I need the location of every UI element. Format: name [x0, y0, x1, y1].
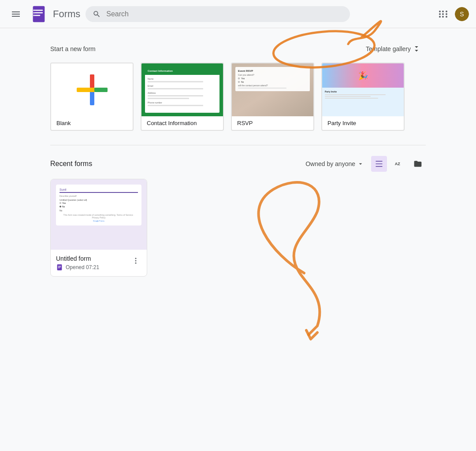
recent-controls: Owned by anyone AZ	[302, 156, 426, 172]
recent-section: Recent forms Owned by anyone AZ	[40, 156, 436, 277]
template-blank-label: Blank	[51, 116, 133, 130]
template-card-rsvp[interactable]: Event RSVP Can you attend? Yes No will t…	[231, 63, 314, 131]
avatar-circle[interactable]: S	[455, 7, 469, 21]
list-view-icon	[375, 159, 383, 168]
list-view-button[interactable]	[371, 156, 387, 172]
sort-az-icon: AZ	[394, 159, 403, 168]
svg-rect-3	[35, 15, 41, 16]
template-card-contact[interactable]: Contact Information Name Email Address P…	[141, 63, 224, 131]
owned-by-button[interactable]: Owned by anyone	[302, 158, 368, 170]
search-input[interactable]	[106, 10, 343, 18]
rsvp-thumb: Event RSVP Can you attend? Yes No will t…	[232, 63, 313, 116]
svg-rect-14	[58, 267, 61, 267]
mini-form-radio-1: Yes	[60, 202, 138, 204]
mini-form-radio-2: No	[60, 205, 138, 208]
recent-title: Recent forms	[50, 160, 92, 168]
svg-rect-1	[35, 10, 43, 11]
recent-header: Recent forms Owned by anyone AZ	[50, 156, 426, 172]
new-form-header: Start a new form Template gallery	[50, 42, 426, 55]
svg-point-4	[33, 9, 35, 11]
app-icon	[30, 5, 48, 23]
form-card-content: Untitled form Opened 07:21	[51, 250, 147, 276]
form-more-button[interactable]	[130, 255, 141, 266]
owned-by-label: Owned by anyone	[305, 160, 355, 167]
form-opened-label: Opened 07:21	[66, 264, 99, 270]
mini-form-title: Sunil	[60, 188, 138, 193]
forms-list-icon	[56, 264, 63, 271]
search-icon	[93, 10, 101, 18]
svg-rect-8	[90, 74, 94, 88]
google-plus-icon	[74, 72, 110, 107]
topbar: Forms S	[0, 0, 476, 28]
grid-dots-icon	[439, 11, 448, 18]
template-party-label: Party Invite	[322, 116, 404, 130]
form-card-info: Untitled form Opened 07:21	[56, 255, 130, 271]
more-vert-icon	[132, 257, 140, 265]
party-thumb: 🎉 Party Invite	[322, 63, 404, 116]
svg-rect-15	[58, 268, 60, 268]
folder-view-button[interactable]	[410, 156, 426, 172]
chevron-updown-icon	[413, 45, 420, 53]
svg-rect-10	[94, 88, 108, 92]
template-card-party[interactable]: 🎉 Party Invite Party Invite	[321, 63, 405, 131]
template-gallery-label: Template gallery	[366, 45, 411, 52]
apps-grid-button[interactable]	[435, 7, 451, 21]
svg-rect-13	[58, 266, 61, 266]
svg-text:AZ: AZ	[395, 162, 401, 166]
svg-point-5	[33, 12, 35, 13]
form-card-untitled[interactable]: Sunil Describe yourself Untitled Questio…	[50, 179, 147, 277]
main-content: Start a new form Template gallery	[0, 28, 476, 451]
hamburger-button[interactable]	[7, 5, 25, 23]
new-form-section: Start a new form Template gallery	[40, 42, 436, 134]
template-rsvp-label: RSVP	[232, 116, 313, 130]
form-card-title: Untitled form	[56, 255, 130, 262]
svg-point-16	[135, 258, 137, 259]
mini-form-footer: This form was created inside of somethin…	[60, 214, 138, 219]
new-form-title: Start a new form	[50, 45, 96, 52]
mini-form-preview: Sunil Describe yourself Untitled Questio…	[56, 185, 141, 226]
template-contact-label: Contact Information	[141, 116, 223, 130]
divider	[40, 145, 436, 145]
sort-az-button[interactable]: AZ	[390, 156, 406, 172]
topbar-left: Forms	[7, 5, 435, 23]
template-card-blank[interactable]: Blank	[50, 63, 134, 131]
avatar[interactable]: S	[455, 7, 469, 21]
forms-grid: Sunil Describe yourself Untitled Questio…	[50, 179, 426, 277]
contact-thumb: Contact Information Name Email Address P…	[141, 63, 223, 116]
form-card-thumb: Sunil Describe yourself Untitled Questio…	[51, 179, 147, 250]
topbar-right: S	[435, 7, 469, 21]
svg-point-6	[33, 15, 35, 16]
blank-thumb	[51, 63, 133, 116]
form-card-meta: Opened 07:21	[56, 264, 130, 271]
template-grid: Blank Contact Information Name Email Add…	[50, 63, 426, 134]
svg-rect-0	[33, 6, 45, 22]
template-gallery-button[interactable]: Template gallery	[361, 42, 426, 55]
svg-rect-2	[35, 12, 43, 13]
svg-point-18	[135, 262, 137, 264]
search-bar[interactable]	[86, 6, 350, 22]
svg-rect-12	[57, 264, 62, 270]
app-title: Forms	[53, 8, 80, 20]
svg-point-17	[135, 260, 137, 262]
folder-icon	[413, 159, 422, 168]
chevron-down-icon	[357, 160, 364, 167]
